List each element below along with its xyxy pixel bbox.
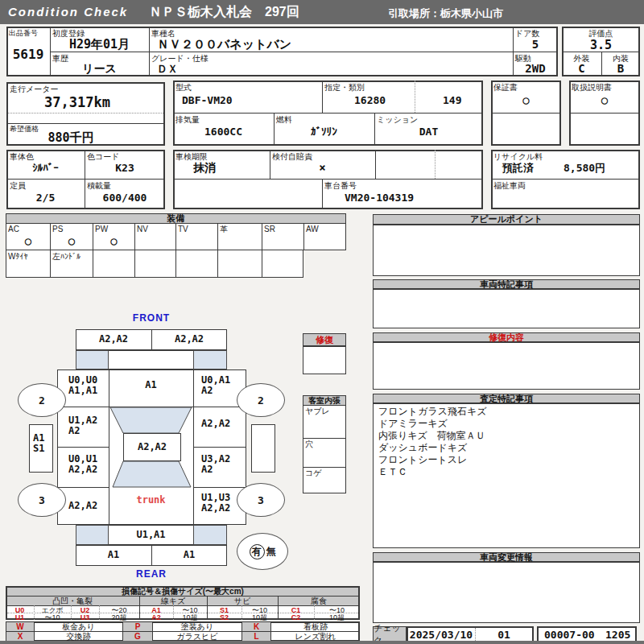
damage-right-fender: U0,A1 A2: [201, 375, 230, 396]
wheel-front-right: 2: [237, 383, 285, 417]
legend-mark-desc: 看板跡: [271, 623, 360, 631]
equip-mark-ps: ○: [50, 234, 93, 247]
legend-desc: 20超: [99, 613, 139, 621]
legend-code: C2: [278, 613, 314, 621]
color-code-label: 色コード: [87, 152, 119, 161]
equip-label-nv: NV: [137, 225, 148, 233]
damage-left-step: A1 S1: [33, 433, 44, 454]
equip-extra-7: [262, 250, 303, 278]
notes-header: 車両特記事項: [373, 279, 640, 289]
insurance-label: 検付自賠責: [272, 152, 312, 161]
legend-code: A2: [139, 613, 173, 621]
has-mark-circled: 有: [250, 544, 265, 559]
assessment-header: 査定特記事項: [373, 394, 640, 403]
inspection-box: [173, 150, 483, 209]
assessment-item: フロントシートスレ: [378, 454, 636, 466]
assessment-item: ドアミラーキズ: [378, 418, 636, 430]
interior-burn-label: コゲ: [305, 469, 321, 477]
first-reg: H29年01月: [50, 37, 149, 52]
interior-grade: B: [601, 62, 640, 75]
damage-rear-bumper-left: A1: [76, 550, 151, 560]
meter-label: 走行メーター: [10, 85, 58, 93]
damage-right-rear-door: U3,A2 A2: [201, 454, 230, 475]
equip-extra-5: [175, 250, 218, 278]
damage-front-bumper-left: A2,A2: [76, 334, 151, 345]
mission: DAT: [374, 126, 483, 138]
damage-hood: A1: [109, 380, 193, 390]
doors: 5: [513, 38, 558, 51]
assessment-item: フロントガラス飛石キズ: [378, 406, 636, 418]
legend-group-dent: 凸凹・亀裂: [6, 597, 139, 605]
equip-label-sr: SR: [264, 225, 275, 233]
class-no-1: 16280: [354, 94, 386, 106]
class-no-2: 149: [443, 94, 461, 106]
legend-desc: 10超: [314, 613, 360, 621]
change-info-header: 車両変更情報: [373, 552, 640, 562]
check-code-2: 00007-00: [544, 629, 595, 641]
recycle-label: リサイクル料: [493, 152, 543, 161]
legend-desc: 10超: [173, 613, 207, 621]
score-label: 評価点: [562, 29, 640, 38]
capacity: 2/5: [6, 192, 85, 204]
trunk-label: trunk: [109, 495, 193, 506]
equip-mark-ac: ○: [6, 234, 51, 247]
rear-label: REAR: [111, 568, 192, 580]
legend-desc: 10超: [242, 613, 278, 621]
appeal-header: アピールポイント: [373, 214, 640, 225]
body-color-label: 車体色: [10, 152, 34, 161]
meter-value: 37,317km: [44, 94, 110, 110]
manual-mark: ○: [569, 93, 640, 106]
welfare-label: 福祉車両: [493, 181, 526, 190]
legend-mark-desc: 交換跡: [35, 633, 122, 641]
displacement: 1600CC: [173, 126, 274, 138]
damage-left-fender: U0,U0 A1,A1: [68, 375, 97, 396]
damage-roof: A2,A2: [123, 442, 181, 452]
legend-group-rust: サビ: [207, 597, 278, 605]
check-date: 2025/03/10: [408, 629, 474, 641]
warranty-mark: ○: [491, 93, 561, 106]
body-color: ｼﾙﾊﾞｰ: [6, 162, 85, 174]
equip-label-aw: AW: [306, 225, 319, 233]
legend-code: U1: [6, 613, 34, 621]
color-code: K23: [85, 162, 165, 174]
legend-group-scratch: 線キズ: [139, 597, 207, 605]
repair-mini-header: 修復: [303, 333, 346, 346]
interior-hole-label: 穴: [305, 440, 313, 448]
insurance-mark: ×: [270, 161, 375, 174]
check-code-3: 1205: [605, 629, 630, 641]
equip-extra-3: [93, 250, 135, 278]
rear-corner-right: [193, 525, 227, 545]
damage-left-rear-door: U0,U1 A2,A2: [68, 454, 97, 475]
chassis-label: 車台番号: [324, 181, 357, 190]
mission-label: ミッション: [377, 115, 418, 124]
front-corner-right: [193, 350, 227, 369]
fuel-label: 燃料: [276, 115, 292, 124]
assessment-list: フロントガラス飛石キズ ドアミラーキズ 内張りキズ 荷物室ＡＵ ダッシュボードキ…: [378, 406, 636, 478]
assessment-item: ＥＴＣ: [378, 466, 636, 478]
manual-label: 取扱説明書: [572, 83, 612, 92]
equip-extra-4: [134, 250, 176, 278]
condition-check-sheet: Condition Check ＮＰＳ栃木入札会 297回 引取場所：栃木県小山…: [0, 0, 644, 644]
equip-extra-label-1: Wﾀｲﾔ: [8, 252, 27, 261]
recycle-status: 預託済: [502, 161, 534, 175]
wheel-rear-right: 3: [237, 483, 285, 517]
doors-label: ドア数: [515, 29, 539, 38]
rear-corner-left: [76, 525, 109, 545]
model-name: ＮＶ２００バネットバン: [157, 37, 291, 52]
repair-body: [373, 342, 640, 390]
load-label: 積載量: [87, 181, 111, 190]
pickup-location: 引取場所：栃木県小山市: [388, 6, 503, 21]
repair-mini-body: [303, 346, 346, 374]
damage-left-front-door: U1,A2 A2: [68, 415, 97, 436]
chassis-no: VM20-104319: [345, 192, 414, 204]
damage-rear-bumper-right: A1: [151, 550, 227, 560]
equip-label-ps: PS: [52, 225, 63, 233]
damage-right-quarter: U1,U3 A2,A2: [201, 493, 230, 514]
repair-header: 修復内容: [373, 332, 640, 342]
front-label: FRONT: [111, 312, 192, 324]
damage-right-front-door: A2,A2: [201, 419, 230, 429]
class-label: 指定・類別: [324, 83, 365, 92]
warranty-label: 保証書: [493, 83, 518, 92]
recycle-fee: 8,580円: [564, 161, 605, 175]
model-code: DBF-VM20: [182, 94, 233, 106]
